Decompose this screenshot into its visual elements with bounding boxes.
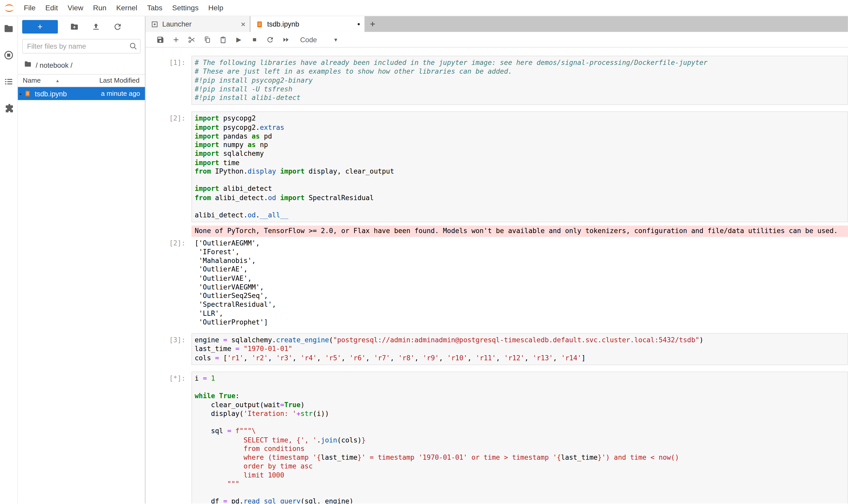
notebook[interactable]: [1]:# The following libraries have alrea… (145, 48, 848, 503)
search-icon (129, 42, 138, 51)
notebook-file-icon (256, 20, 263, 28)
column-header-name[interactable]: Name ▲ (23, 77, 59, 84)
execute-result: ['OutlierAEGMM', 'IForest', 'Mahalanobis… (191, 239, 848, 327)
interrupt-kernel-button[interactable]: ■ (247, 33, 263, 46)
execution-prompt: [2]: (145, 111, 192, 222)
menu-view[interactable]: View (63, 4, 88, 12)
copy-cells-button[interactable] (200, 33, 215, 46)
code-editor[interactable]: engine = sqlalchemy.create_engine("postg… (191, 333, 848, 365)
new-tab-button[interactable]: + (364, 16, 381, 32)
upload-button[interactable] (85, 20, 107, 33)
file-listing-header: Name ▲ Last Modified (18, 74, 145, 87)
menu-run[interactable]: Run (88, 4, 111, 12)
extension-manager-icon[interactable] (3, 103, 14, 113)
output-prompt (145, 226, 192, 237)
insert-cell-button[interactable] (168, 33, 184, 46)
tab-label: Launcher (162, 20, 192, 28)
code-editor[interactable]: i = 1 while True: clear_output(wait=True… (191, 371, 848, 503)
tab-label: tsdb.ipynb (267, 20, 299, 28)
tab-tsdb-ipynb[interactable]: tsdb.ipynb ● (250, 16, 364, 32)
table-of-contents-icon[interactable] (3, 76, 14, 87)
file-name: tsdb.ipynb (35, 90, 67, 98)
running-kernels-icon[interactable] (3, 50, 14, 60)
unsaved-dot-icon[interactable]: ● (357, 22, 360, 26)
launcher-icon (151, 20, 158, 28)
close-icon[interactable]: × (241, 20, 246, 28)
cell-type-value: Code (300, 36, 317, 44)
paste-cells-button[interactable] (215, 33, 231, 46)
menu-kernel[interactable]: Kernel (111, 4, 142, 12)
jupyterlab-window: File Edit View Run Kernel Tabs Settings … (0, 0, 848, 504)
stderr-output: None of PyTorch, TensorFlow >= 2.0, or F… (191, 226, 848, 237)
execution-prompt: [*]: (145, 371, 192, 503)
file-last-modified: a minute ago (101, 90, 140, 97)
file-browser-icon[interactable] (3, 23, 14, 34)
output-prompt: [2]: (145, 239, 192, 327)
restart-kernel-button[interactable] (262, 33, 278, 46)
notebook-file-icon (24, 90, 32, 97)
notebook-cells: [1]:# The following libraries have alrea… (145, 56, 848, 503)
menu-help[interactable]: Help (203, 4, 228, 12)
breadcrumb-path[interactable]: / notebook / (36, 61, 73, 69)
execution-prompt: [3]: (145, 333, 192, 365)
chevron-down-icon: ▾ (334, 36, 337, 43)
code-editor[interactable]: # The following libraries have already b… (191, 56, 848, 105)
execution-prompt: [1]: (145, 56, 192, 105)
new-launcher-button[interactable]: + (22, 20, 58, 34)
activity-bar (0, 16, 18, 503)
home-folder-icon[interactable] (24, 60, 32, 70)
jupyter-logo-icon (3, 2, 15, 14)
column-header-last-modified[interactable]: Last Modified (100, 77, 140, 84)
notebook-cell: [1]:# The following libraries have alrea… (145, 56, 848, 105)
main-workspace: Launcher × tsdb.ipynb ● + (145, 16, 848, 503)
unsaved-dot-icon: ● (20, 92, 22, 95)
menu-tabs[interactable]: Tabs (142, 4, 167, 12)
name-header-label: Name (23, 77, 41, 84)
menu-file[interactable]: File (19, 4, 41, 12)
file-browser-toolbar: + (18, 16, 145, 36)
refresh-button[interactable] (107, 20, 128, 33)
notebook-cell: [*]:i = 1 while True: clear_output(wait=… (145, 371, 848, 503)
code-editor[interactable]: import psycopg2import psycopg2.extrasimp… (191, 111, 848, 222)
restart-run-all-button[interactable] (278, 33, 293, 46)
notebook-cell: [2]:import psycopg2import psycopg2.extra… (145, 111, 848, 327)
cut-cells-button[interactable] (184, 33, 200, 46)
menu-settings[interactable]: Settings (167, 4, 203, 12)
file-browser: + / notebo (18, 16, 145, 503)
breadcrumb: / notebook / (18, 57, 145, 73)
filter-files-input[interactable] (22, 39, 141, 54)
new-folder-button[interactable] (64, 20, 85, 33)
menu-edit[interactable]: Edit (40, 4, 63, 12)
save-button[interactable] (152, 33, 168, 46)
filter-files (22, 39, 141, 54)
sort-ascending-icon: ▲ (55, 78, 60, 83)
menu-bar: File Edit View Run Kernel Tabs Settings … (0, 0, 848, 16)
notebook-toolbar: ▶ ■ Code ▾ (145, 32, 848, 48)
tab-bar: Launcher × tsdb.ipynb ● + (145, 16, 848, 32)
cell-type-dropdown[interactable]: Code ▾ (300, 36, 337, 44)
tab-launcher[interactable]: Launcher × (145, 16, 250, 32)
notebook-cell: [3]:engine = sqlalchemy.create_engine("p… (145, 333, 848, 365)
file-row-tsdb-ipynb[interactable]: ● tsdb.ipynb a minute ago (18, 87, 145, 100)
run-cell-button[interactable]: ▶ (231, 33, 247, 46)
